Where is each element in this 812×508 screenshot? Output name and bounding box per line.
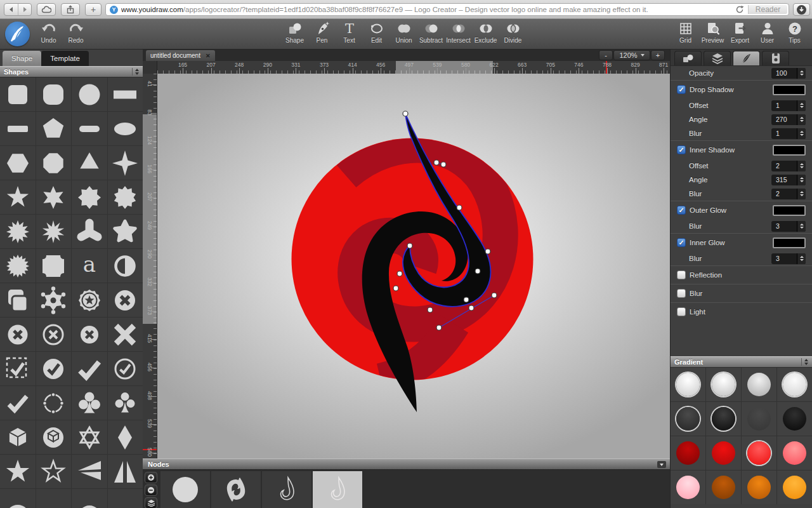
outer-glow-color-swatch[interactable]	[773, 205, 806, 216]
shape-cell-club2[interactable]	[108, 386, 143, 420]
reflection-checkbox[interactable]	[677, 271, 686, 279]
shape-cell-star5[interactable]	[0, 180, 36, 214]
gradient-swatch-13[interactable]	[706, 471, 741, 504]
blur-value-field[interactable]: 3	[771, 221, 806, 232]
shape-cell-check[interactable]	[0, 386, 36, 420]
tab-export-save[interactable]	[762, 51, 789, 65]
blur-checkbox[interactable]	[677, 289, 686, 298]
stepper-arrows-icon[interactable]	[797, 161, 806, 171]
opacity-value-field[interactable]: 100	[771, 68, 806, 79]
shape-cell-circle-x2[interactable]	[0, 318, 36, 351]
shape-cell-badge[interactable]	[72, 283, 107, 317]
shape-cell-check-circle-outline[interactable]	[108, 352, 143, 385]
node-thumb-hook-light[interactable]	[313, 471, 362, 508]
offset-value-field[interactable]: 1	[771, 100, 806, 111]
nodes-collapse-button[interactable]	[657, 461, 666, 468]
zoom-level-dropdown[interactable]: 120%	[613, 50, 650, 60]
shape-cell-star-outline[interactable]	[36, 455, 72, 488]
new-tab-button[interactable]: +	[85, 3, 102, 16]
shape-cell-cube[interactable]	[0, 420, 36, 454]
document-tab[interactable]: untitled document ✕	[146, 50, 215, 61]
shape-cell-club[interactable]	[72, 386, 107, 420]
node-thumb-swirl[interactable]	[211, 471, 261, 508]
tab-shape[interactable]: Shape	[3, 51, 41, 66]
shape-cell-pentagon[interactable]	[36, 112, 72, 145]
path-node[interactable]	[434, 160, 439, 165]
shape-cell-big-x[interactable]	[108, 318, 143, 351]
shape-cell-circle-x[interactable]	[108, 283, 143, 317]
tool-button-union[interactable]: Union	[390, 20, 417, 48]
blur-value-field[interactable]: 3	[771, 253, 806, 264]
path-node[interactable]	[441, 162, 446, 167]
tool-button-intersect[interactable]: Intersect	[445, 20, 472, 48]
path-node[interactable]	[485, 249, 490, 254]
shape-cell-stacked-squares[interactable]	[0, 283, 36, 317]
reload-button[interactable]	[735, 5, 744, 16]
path-node[interactable]	[464, 297, 469, 302]
stepper-arrows-icon[interactable]	[797, 221, 806, 232]
path-node[interactable]	[407, 243, 412, 248]
shape-cell-notched-square[interactable]	[36, 249, 72, 283]
tool-button-grid[interactable]: Grid	[672, 20, 699, 48]
path-node[interactable]	[475, 269, 480, 274]
nodes-panel-header[interactable]: Nodes	[143, 458, 670, 470]
shape-cell-trilobe[interactable]	[72, 215, 107, 248]
gradient-swatch-14[interactable]	[742, 471, 776, 504]
tool-button-edit[interactable]: Edit	[363, 20, 390, 48]
remove-node-button[interactable]	[145, 485, 157, 496]
shape-cell-check-circle[interactable]	[36, 352, 72, 385]
shape-cell-scallop-circle[interactable]	[108, 489, 143, 508]
shape-cell-squircle[interactable]	[36, 77, 72, 111]
downloads-button[interactable]	[793, 3, 810, 16]
drop-shadow-checkbox[interactable]: ✓	[677, 85, 686, 94]
gradient-swatch-0[interactable]	[671, 368, 705, 401]
path-node[interactable]	[403, 111, 408, 116]
stepper-arrows-icon[interactable]	[797, 175, 806, 185]
shape-cell-triangle[interactable]	[72, 146, 107, 180]
tool-button-tips[interactable]: ?Tips	[781, 20, 808, 48]
gradient-swatch-4[interactable]	[671, 402, 705, 436]
stepper-arrows-icon[interactable]	[797, 114, 806, 125]
tool-button-subtract[interactable]: Subtract	[417, 20, 445, 48]
shape-cell-seal8[interactable]	[72, 180, 107, 214]
gradient-swatch-7[interactable]	[777, 402, 812, 436]
shape-cell-circle-x-outline[interactable]	[36, 318, 72, 351]
shape-cell-half-moon[interactable]	[108, 249, 143, 283]
tool-button-undo[interactable]: Undo	[35, 20, 62, 48]
tool-button-text[interactable]: TText	[336, 20, 363, 48]
tab-shape-properties[interactable]	[674, 51, 702, 65]
inner-shadow-checkbox[interactable]: ✓	[677, 145, 686, 154]
shape-cell-star[interactable]	[0, 455, 36, 488]
gradient-swatch-3[interactable]	[777, 368, 812, 401]
zoom-out-button[interactable]: -	[599, 50, 613, 60]
gradient-swatch-15[interactable]	[777, 471, 812, 504]
shape-cell-star6[interactable]	[36, 180, 72, 214]
shape-cell-hexagon[interactable]	[0, 146, 36, 180]
shape-cell-seal10[interactable]	[108, 180, 143, 214]
shape-cell-rounded-square[interactable]	[0, 77, 36, 111]
shape-cell-ellipse[interactable]	[108, 112, 143, 145]
zoom-in-button[interactable]: +	[651, 50, 665, 60]
stepper-arrows-icon[interactable]	[797, 253, 806, 264]
gradient-swatch-6[interactable]	[742, 402, 776, 436]
gradient-swatch-10[interactable]	[742, 436, 776, 470]
youidraw-logo[interactable]	[5, 22, 30, 46]
tool-button-shape[interactable]: Shape	[281, 20, 308, 48]
inner-shadow-color-swatch[interactable]	[773, 145, 806, 156]
forward-button[interactable]	[18, 4, 31, 15]
tool-button-export[interactable]: Export	[726, 20, 754, 48]
shape-cell-sun16[interactable]	[0, 249, 36, 283]
inner-glow-checkbox[interactable]: ✓	[677, 238, 686, 247]
tool-button-divide[interactable]: Divide	[499, 20, 527, 48]
gradient-swatch-11[interactable]	[777, 436, 812, 470]
shape-cell-left-wedges[interactable]	[72, 455, 107, 488]
shape-cell-scallop-dots[interactable]	[0, 489, 36, 508]
path-node[interactable]	[436, 325, 442, 330]
tab-effects[interactable]	[733, 51, 760, 65]
shape-cell-check-bold[interactable]	[72, 352, 107, 385]
gradient-swatch-1[interactable]	[706, 368, 741, 401]
node-thumb-hook[interactable]	[262, 471, 311, 508]
path-node[interactable]	[492, 293, 497, 298]
gradient-swatch-5[interactable]	[706, 402, 741, 436]
outer-glow-checkbox[interactable]: ✓	[677, 206, 686, 215]
